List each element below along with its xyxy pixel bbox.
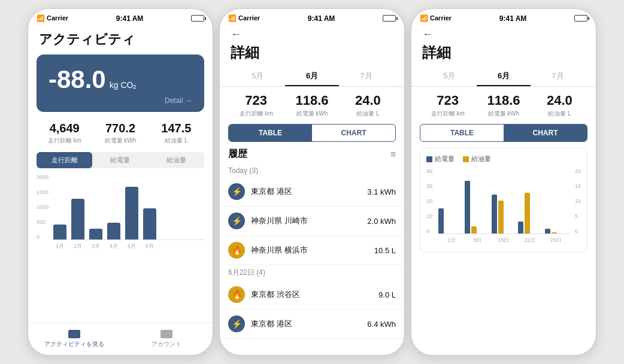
tab-bar-1: 走行距離 給電量 給油量 xyxy=(37,152,204,168)
view-chart-btn-3[interactable]: CHART xyxy=(504,125,587,141)
legend-electric: 給電量 xyxy=(426,154,455,163)
nav-activity[interactable]: アクティビティを見る xyxy=(28,330,120,348)
stat-distance-3: 723 走行距離 km xyxy=(420,93,475,118)
list-item-2[interactable]: ⚡ 神奈川県 川崎市 2.0 kWh xyxy=(220,207,404,236)
item-location-3: 神奈川県 横浜市 xyxy=(251,245,368,256)
month-tab-jun-2[interactable]: 6月 xyxy=(285,67,340,86)
battery-icon-2 xyxy=(383,15,396,22)
x-label-8: 8日 xyxy=(465,236,491,244)
bars-area xyxy=(438,168,569,234)
time-3: 9:41 AM xyxy=(499,14,527,23)
bar-group-2 xyxy=(465,181,489,233)
bar-blue-1 xyxy=(438,208,444,233)
time-1: 9:41 AM xyxy=(116,14,144,23)
month-tab-jul-3[interactable]: 7月 xyxy=(531,67,585,86)
bar-feb xyxy=(71,199,84,239)
stat-fuel-1: 147.5 給油量 L xyxy=(149,122,204,145)
nav-activity-label: アクティビティを見る xyxy=(44,340,104,348)
history-title-2: 履歴 xyxy=(228,148,247,160)
stat-fuel-label-3: 給油量 L xyxy=(532,110,587,118)
stats-row-3: 723 走行距離 km 118.6 給電量 kWh 24.0 給油量 L xyxy=(411,93,596,124)
list-item-1[interactable]: ⚡ 東京都 港区 3.1 kWh xyxy=(220,177,404,207)
x-label-jan: 1月 xyxy=(53,242,66,250)
stat-electric-label-3: 給電量 kWh xyxy=(475,110,531,118)
bar-chart-1: 2000 1500 1000 500 0 xyxy=(37,174,204,252)
screen3: 📶 Carrier 9:41 AM ← 詳細 5月 6月 7月 723 走行距離… xyxy=(411,8,596,356)
stat-distance-1: 4,649 走行距離 km xyxy=(37,122,92,145)
stat-distance-value-1: 4,649 xyxy=(37,122,92,135)
list-item-3[interactable]: 🔥 神奈川県 横浜市 10.5 L xyxy=(220,236,404,265)
item-location-4: 東京都 渋谷区 xyxy=(251,289,372,300)
item-icon-electric-1: ⚡ xyxy=(228,183,245,200)
stat-electric-3: 118.6 給電量 kWh xyxy=(475,93,531,118)
bar-gold-5 xyxy=(552,232,557,233)
month-tab-may-3[interactable]: 5月 xyxy=(422,67,477,86)
carrier-3: 📶 Carrier xyxy=(420,14,452,22)
chart-legend-3: 給電量 給油量 xyxy=(426,154,581,163)
view-toggle-3: TABLE CHART xyxy=(420,124,587,142)
stat-fuel-label-1: 給油量 L xyxy=(149,136,204,145)
bar-gold-3 xyxy=(498,201,504,233)
carrier-2: 📶 Carrier xyxy=(228,14,260,22)
bar-blue-2 xyxy=(465,181,470,233)
legend-fuel-label: 給油量 xyxy=(471,154,491,163)
time-2: 9:41 AM xyxy=(308,14,335,23)
bar-mar-rect xyxy=(89,229,102,239)
item-icon-gas-2: 🔥 xyxy=(228,286,245,303)
tab-fuel[interactable]: 給油量 xyxy=(149,152,204,168)
bar-group-5 xyxy=(545,229,569,233)
back-button-3[interactable]: ← xyxy=(411,26,596,41)
x-label-may: 5月 xyxy=(125,242,138,250)
screen1: 📶 Carrier 9:41 AM アクティビティ -88.0 kg CO₂ D… xyxy=(28,8,213,356)
y-left-0: 0 xyxy=(426,228,432,234)
detail-link[interactable]: Detail → xyxy=(49,96,192,105)
list-item-5[interactable]: ⚡ 東京都 港区 6.4 kWh xyxy=(220,310,404,339)
list-item-4[interactable]: 🔥 東京都 渋谷区 9.0 L xyxy=(220,280,404,310)
section-label-june22: 6月22日 (4) xyxy=(220,265,404,280)
stat-electric-value-2: 118.6 xyxy=(284,93,340,108)
month-tab-jun-3[interactable]: 6月 xyxy=(477,67,531,86)
co2-value: -88.0 kg CO₂ xyxy=(49,65,192,94)
view-toggle-2: TABLE CHART xyxy=(228,124,396,142)
bar-jan xyxy=(53,225,66,239)
battery-3 xyxy=(574,15,587,22)
bar-group-4 xyxy=(518,193,542,233)
battery-icon-1 xyxy=(191,15,204,22)
tab-distance[interactable]: 走行距離 xyxy=(37,152,92,168)
y-axis-left: 40 30 20 10 0 xyxy=(426,168,432,234)
y-left-10: 10 xyxy=(426,213,432,219)
stat-electric-2: 118.6 給電量 kWh xyxy=(284,93,340,118)
bar-mar xyxy=(89,229,102,239)
tab-electric[interactable]: 給電量 xyxy=(92,152,148,168)
month-tab-may-2[interactable]: 5月 xyxy=(231,67,285,86)
bar-group-1 xyxy=(438,208,462,233)
y-label-500: 500 xyxy=(37,219,49,225)
legend-gold-dot xyxy=(463,156,469,162)
chart-area-1: 2000 1500 1000 500 0 xyxy=(28,172,213,323)
status-bar-1: 📶 Carrier 9:41 AM xyxy=(28,9,213,26)
view-chart-btn-2[interactable]: CHART xyxy=(312,125,395,141)
screen2-content: ← 詳細 5月 6月 7月 723 走行距離 km 118.6 給電量 kWh … xyxy=(220,26,404,355)
y-right-15: 15 xyxy=(575,183,581,189)
nav-activity-icon xyxy=(68,330,80,338)
month-tab-jul-2[interactable]: 7月 xyxy=(339,67,393,86)
co2-number: -88.0 xyxy=(49,65,106,94)
y-left-40: 40 xyxy=(426,168,432,174)
filter-icon-2[interactable]: ≡ xyxy=(390,149,396,160)
stat-fuel-3: 24.0 給油量 L xyxy=(532,93,587,118)
view-table-btn-3[interactable]: TABLE xyxy=(420,125,504,141)
nav-account[interactable]: アカウント xyxy=(120,330,213,348)
item-icon-electric-2: ⚡ xyxy=(228,213,245,229)
stat-fuel-value-3: 24.0 xyxy=(532,93,587,108)
bar-may-rect xyxy=(125,187,138,239)
stat-electric-value-3: 118.6 xyxy=(475,93,531,108)
item-value-1: 3.1 kWh xyxy=(367,187,396,196)
x-axis-labels: 1日 8日 15日 22日 29日 xyxy=(438,236,569,244)
view-table-btn-2[interactable]: TABLE xyxy=(229,125,312,141)
carrier-1: 📶 Carrier xyxy=(37,14,68,22)
back-button-2[interactable]: ← xyxy=(220,26,404,41)
item-value-2: 2.0 kWh xyxy=(367,217,396,226)
bar-apr-rect xyxy=(107,223,120,239)
x-label-1: 1日 xyxy=(438,236,465,244)
screen3-content: ← 詳細 5月 6月 7月 723 走行距離 km 118.6 給電量 kWh … xyxy=(411,26,596,355)
